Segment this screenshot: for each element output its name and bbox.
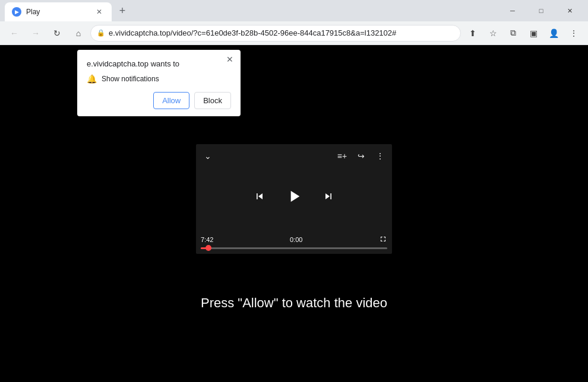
close-button[interactable]: ✕	[556, 0, 583, 21]
tab-strip: ▶ Play ✕ +	[0, 0, 494, 21]
current-time: 0:00	[290, 236, 302, 243]
fullscreen-button[interactable]	[379, 235, 387, 245]
chevron-down-icon: ⌄	[204, 151, 211, 161]
tab-close-button[interactable]: ✕	[94, 7, 105, 17]
video-share-button[interactable]: ↪	[354, 149, 368, 163]
playlist-icon: ≡+	[337, 151, 347, 161]
home-button[interactable]: ⌂	[69, 24, 88, 43]
extensions-button[interactable]: ⧉	[504, 24, 523, 43]
sidebar-button[interactable]: ▣	[524, 24, 543, 43]
reload-icon: ↻	[53, 28, 61, 38]
active-tab[interactable]: ▶ Play ✕	[5, 2, 112, 21]
forward-icon: →	[31, 28, 40, 38]
back-button[interactable]: ←	[5, 24, 24, 43]
back-icon: ←	[10, 28, 18, 38]
reload-button[interactable]: ↻	[48, 24, 67, 43]
chrome-window: ▶ Play ✕ + ─ □ ✕ ← → ↻ ⌂ 🔒 e.vividcap	[0, 0, 588, 382]
total-time: 7:42	[201, 236, 213, 243]
progress-bar[interactable]	[201, 247, 387, 249]
video-player: ⌄ ≡+ ↪ ⋮	[196, 144, 392, 254]
toolbar-right-buttons: ⬆ ☆ ⧉ ▣ 👤 ⋮	[463, 24, 583, 43]
play-button[interactable]	[283, 186, 305, 207]
video-top-right-controls: ≡+ ↪ ⋮	[335, 149, 387, 163]
maximize-button[interactable]: □	[527, 0, 555, 21]
video-time-row: 7:420:00	[201, 235, 387, 245]
toolbar: ← → ↻ ⌂ 🔒 e.vividcaptcha.top/video/?c=61…	[0, 21, 588, 45]
press-allow-text: Press "Allow" to watch the video	[201, 295, 387, 311]
video-center-controls	[252, 186, 336, 207]
new-tab-button[interactable]: +	[114, 2, 131, 19]
block-button[interactable]: Block	[194, 92, 231, 109]
menu-button[interactable]: ⋮	[564, 24, 583, 43]
account-icon: 👤	[549, 28, 559, 38]
share-video-icon: ↪	[358, 151, 365, 161]
share-button[interactable]: ⬆	[463, 24, 482, 43]
notification-popup: ✕ e.vividcaptcha.top wants to 🔔 Show not…	[77, 50, 241, 116]
forward-button[interactable]: →	[26, 24, 45, 43]
notification-label: Show notifications	[102, 75, 159, 83]
title-bar: ▶ Play ✕ + ─ □ ✕	[0, 0, 588, 21]
popup-title: e.vividcaptcha.top wants to	[87, 59, 231, 68]
bookmark-button[interactable]: ☆	[483, 24, 502, 43]
sidebar-icon: ▣	[530, 28, 538, 38]
progress-dot	[206, 245, 211, 251]
more-video-icon: ⋮	[376, 151, 384, 161]
bell-icon: 🔔	[87, 74, 97, 84]
notification-row: 🔔 Show notifications	[87, 74, 231, 84]
window-controls: ─ □ ✕	[494, 0, 588, 21]
video-playlist-button[interactable]: ≡+	[335, 149, 349, 163]
next-button[interactable]	[321, 189, 336, 203]
video-top-controls: ⌄ ≡+ ↪ ⋮	[201, 149, 387, 163]
page-content: ✕ e.vividcaptcha.top wants to 🔔 Show not…	[0, 45, 588, 382]
account-button[interactable]: 👤	[544, 24, 563, 43]
bookmark-icon: ☆	[489, 28, 497, 38]
minimize-button[interactable]: ─	[499, 0, 526, 21]
popup-close-button[interactable]: ✕	[224, 53, 236, 65]
address-text: e.vividcaptcha.top/video/?c=61e0de3f-b28…	[109, 28, 454, 37]
video-more-button[interactable]: ⋮	[373, 149, 387, 163]
extensions-icon: ⧉	[510, 28, 516, 38]
video-collapse-button[interactable]: ⌄	[201, 149, 215, 163]
lock-icon: 🔒	[97, 29, 105, 37]
popup-actions: Allow Block	[87, 92, 231, 109]
previous-button[interactable]	[252, 189, 267, 203]
tab-title: Play	[26, 8, 89, 16]
tab-favicon: ▶	[12, 7, 21, 17]
video-bottom-controls: 7:420:00	[201, 235, 387, 249]
more-menu-icon: ⋮	[570, 28, 578, 38]
allow-button[interactable]: Allow	[153, 92, 189, 109]
share-icon: ⬆	[469, 28, 476, 38]
address-bar[interactable]: 🔒 e.vividcaptcha.top/video/?c=61e0de3f-b…	[90, 25, 461, 42]
home-icon: ⌂	[76, 28, 81, 38]
